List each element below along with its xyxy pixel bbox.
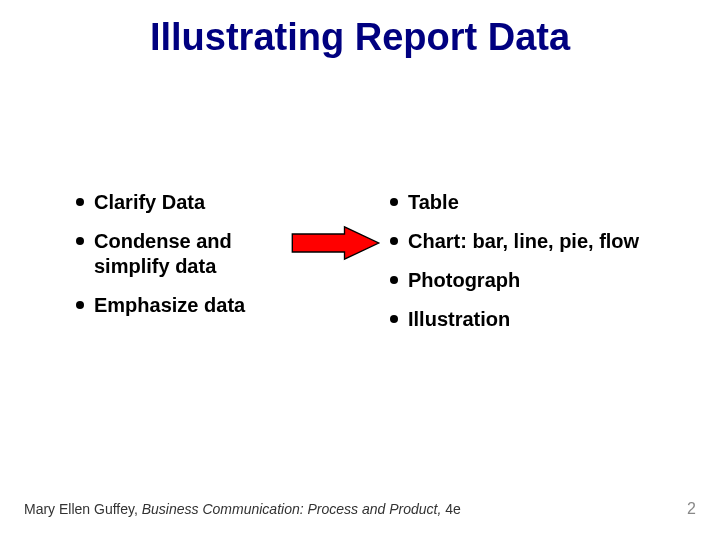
arrow-shape <box>292 227 378 259</box>
bullet-text: Clarify Data <box>94 190 296 215</box>
list-item: Emphasize data <box>76 293 296 318</box>
bullet-icon <box>76 301 84 309</box>
footer: Mary Ellen Guffey, Business Communicatio… <box>24 500 696 518</box>
bullet-icon <box>390 237 398 245</box>
bullet-icon <box>390 198 398 206</box>
bullet-text: Emphasize data <box>94 293 296 318</box>
footer-citation: Mary Ellen Guffey, Business Communicatio… <box>24 501 461 517</box>
list-item: Condense and simplify data <box>76 229 296 279</box>
left-column: Clarify Data Condense and simplify data … <box>76 190 296 332</box>
page-number: 2 <box>687 500 696 518</box>
footer-author: Mary Ellen Guffey, <box>24 501 142 517</box>
list-item: Clarify Data <box>76 190 296 215</box>
right-column: Table Chart: bar, line, pie, flow Photog… <box>390 190 690 346</box>
bullet-text: Photograph <box>408 268 690 293</box>
bullet-icon <box>390 276 398 284</box>
list-item: Chart: bar, line, pie, flow <box>390 229 690 254</box>
footer-book-title: Business Communication: Process and Prod… <box>142 501 445 517</box>
bullet-icon <box>76 237 84 245</box>
bullet-icon <box>390 315 398 323</box>
bullet-icon <box>76 198 84 206</box>
arrow-icon <box>288 225 383 261</box>
bullet-text: Chart: bar, line, pie, flow <box>408 229 690 254</box>
bullet-text: Table <box>408 190 690 215</box>
list-item: Photograph <box>390 268 690 293</box>
footer-edition: 4e <box>445 501 461 517</box>
list-item: Illustration <box>390 307 690 332</box>
list-item: Table <box>390 190 690 215</box>
slide-title: Illustrating Report Data <box>0 0 720 59</box>
bullet-text: Condense and simplify data <box>94 229 296 279</box>
bullet-text: Illustration <box>408 307 690 332</box>
